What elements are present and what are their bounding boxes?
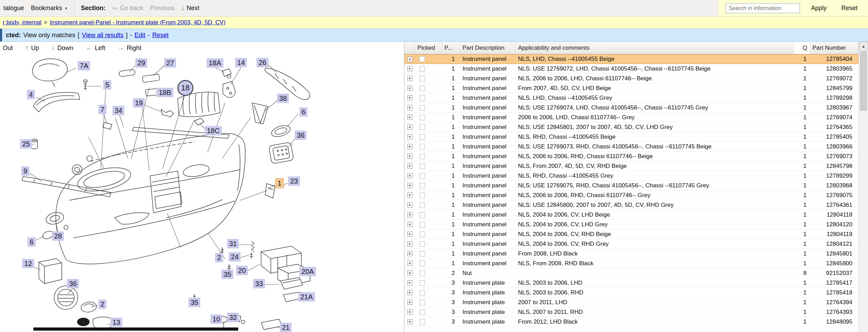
table-row[interactable]: +1Instrument panelNLS, 2006 to 2006, LHD…	[404, 74, 859, 83]
reset-button[interactable]: Reset	[841, 5, 858, 12]
picked-checkbox[interactable]	[419, 270, 425, 276]
picked-checkbox[interactable]	[419, 105, 425, 111]
breadcrumb-link-body-internal[interactable]: r body, internal	[3, 19, 41, 26]
apply-button[interactable]: Apply	[811, 5, 827, 12]
table-row[interactable]: +1Instrument panelNLS: USE 12769072, LHD…	[404, 64, 859, 74]
table-row[interactable]: +1Instrument panelNLS, RHD, Chassi --410…	[404, 171, 859, 181]
expand-icon[interactable]: +	[407, 163, 412, 169]
diagram-part-label[interactable]: 20A	[299, 267, 316, 276]
pan-right-button[interactable]: →Right	[118, 44, 141, 52]
picked-checkbox[interactable]	[419, 309, 425, 315]
diagram-part-label[interactable]: 29	[135, 58, 147, 68]
picked-checkbox[interactable]	[419, 193, 425, 198]
diagram-part-label[interactable]: 33	[253, 279, 265, 289]
picked-checkbox[interactable]	[419, 232, 425, 237]
expand-icon[interactable]: +	[407, 193, 412, 198]
expand-icon[interactable]: +	[407, 183, 412, 188]
expand-icon[interactable]: +	[407, 57, 412, 62]
applicability-column-header[interactable]: Applicability and comments	[516, 42, 794, 54]
diagram-part-label[interactable]: 18	[177, 80, 193, 96]
table-row[interactable]: +1Instrument panelNLS, From 2007, 4D, 5D…	[404, 161, 859, 171]
expand-icon[interactable]: +	[407, 300, 412, 305]
zoom-out-button[interactable]: Out	[3, 44, 13, 52]
picked-checkbox[interactable]	[419, 183, 425, 188]
table-row[interactable]: +1Instrument panelNLS, From 2008, RHD Bl…	[404, 259, 859, 268]
expand-icon[interactable]: +	[407, 105, 412, 110]
reset-link[interactable]: Reset	[152, 32, 169, 39]
pan-left-button[interactable]: ←Left	[86, 44, 105, 52]
vertical-scrollbar[interactable]: ▲	[859, 42, 868, 332]
table-row[interactable]: +3Instrument plateNLS, 2003 to 2006, RHD…	[404, 288, 859, 298]
diagram-part-label[interactable]: 4	[27, 90, 35, 99]
expand-icon[interactable]: +	[407, 290, 412, 295]
diagram-part-label[interactable]: 21	[280, 323, 292, 332]
table-row[interactable]: +1Instrument panelNLS: USE 12845801, 200…	[404, 122, 859, 132]
scrollbar-track[interactable]	[859, 111, 868, 332]
table-row[interactable]: +1Instrument panelNLS: USE 12769075, RHD…	[404, 181, 859, 191]
picked-column-header[interactable]: Picked	[415, 42, 442, 54]
diagram-part-label[interactable]: 14	[235, 58, 247, 67]
table-row[interactable]: +1Instrument panelNLS, LHD, Chassi --410…	[404, 54, 859, 64]
diagram-part-label[interactable]: 35	[222, 270, 233, 279]
expand-icon[interactable]: +	[407, 222, 412, 227]
diagram-part-label[interactable]: 18B	[157, 88, 173, 97]
edit-link[interactable]: Edit	[135, 32, 145, 39]
table-row[interactable]: +1Instrument panelNLS: USE 12769073, RHD…	[404, 142, 859, 152]
picked-checkbox[interactable]	[419, 163, 425, 169]
quantity-column-header[interactable]: Q	[794, 42, 810, 54]
expand-icon[interactable]: +	[407, 212, 412, 217]
table-row[interactable]: +1Instrument panel2006 to 2006, LHD, Cha…	[404, 113, 859, 122]
expand-icon[interactable]: +	[407, 251, 412, 256]
previous-button[interactable]: Previous	[150, 5, 174, 12]
diagram-part-label[interactable]: 2	[215, 253, 223, 262]
table-row[interactable]: +1Instrument panelNLS, 2006 to 2006, RHD…	[404, 191, 859, 200]
diagram-part-label[interactable]: 18C	[205, 126, 222, 136]
pan-down-button[interactable]: ↓Down	[52, 44, 74, 52]
table-row[interactable]: +1Instrument panelNLS: USE 12845800, 200…	[404, 200, 859, 210]
table-row[interactable]: +2Nut892152037	[404, 268, 859, 278]
table-row[interactable]: +1Instrument panelNLS, RHD, Chassi --410…	[404, 132, 859, 142]
expand-icon[interactable]: +	[407, 66, 412, 71]
description-column-header[interactable]: Part Description	[460, 42, 516, 54]
expand-icon[interactable]: +	[407, 309, 412, 315]
diagram-part-label[interactable]: 35	[189, 298, 200, 307]
picked-checkbox[interactable]	[419, 280, 425, 286]
diagram-part-label[interactable]: 32	[227, 313, 239, 322]
diagram-part-label[interactable]: 7	[98, 105, 106, 114]
picked-checkbox[interactable]	[419, 319, 425, 325]
diagram-part-label[interactable]: 19	[133, 98, 145, 108]
table-row[interactable]: +1Instrument panelNLS, 2004 to 2006, CV,…	[404, 239, 859, 249]
table-row[interactable]: +1Instrument panelNLS, 2006 to 2006, RHD…	[404, 152, 859, 161]
table-row[interactable]: +3Instrument plate2007 to 2011, LHD11276…	[404, 298, 859, 307]
catalogue-menu[interactable]: talogue	[3, 5, 24, 12]
diagram-part-label[interactable]: 27	[164, 58, 176, 68]
exploded-diagram-canvas[interactable]: 7A292718A14265418B18193873418C6362591232…	[0, 54, 404, 332]
diagram-part-label[interactable]: 34	[112, 106, 124, 115]
picked-checkbox[interactable]	[419, 95, 425, 101]
picked-checkbox[interactable]	[419, 290, 425, 295]
go-back-button[interactable]: ⇐Go back	[112, 5, 143, 12]
expand-icon[interactable]: +	[407, 95, 412, 100]
scroll-up-button[interactable]: ▲	[859, 42, 868, 51]
picked-checkbox[interactable]	[419, 115, 425, 120]
table-row[interactable]: +1Instrument panelNLS, 2004 to 2006, CV,…	[404, 210, 859, 220]
next-button[interactable]: ↓Next	[181, 5, 199, 12]
expand-icon[interactable]: +	[407, 173, 412, 178]
picked-checkbox[interactable]	[419, 154, 425, 159]
diagram-part-label[interactable]: 26	[257, 58, 268, 67]
diagram-part-label[interactable]: 31	[227, 239, 239, 249]
diagram-part-label[interactable]: 5	[103, 80, 111, 90]
table-row[interactable]: +1Instrument panelNLS, 2004 to 2006, CV,…	[404, 220, 859, 229]
table-row[interactable]: +3Instrument plateFrom 2012, LHD Black11…	[404, 317, 859, 327]
expand-icon[interactable]: +	[407, 144, 412, 149]
diagram-part-label[interactable]: 1	[275, 179, 283, 188]
part-number-column-header[interactable]: Part Number	[810, 42, 859, 54]
diagram-part-label[interactable]: 23	[288, 177, 300, 186]
picked-checkbox[interactable]	[419, 173, 425, 179]
diagram-part-label[interactable]: 38	[277, 94, 289, 103]
picked-checkbox[interactable]	[419, 261, 425, 266]
diagram-part-label[interactable]: 13	[110, 318, 122, 327]
picked-checkbox[interactable]	[419, 56, 425, 62]
expand-icon[interactable]: +	[407, 319, 412, 324]
picked-checkbox[interactable]	[419, 251, 425, 257]
